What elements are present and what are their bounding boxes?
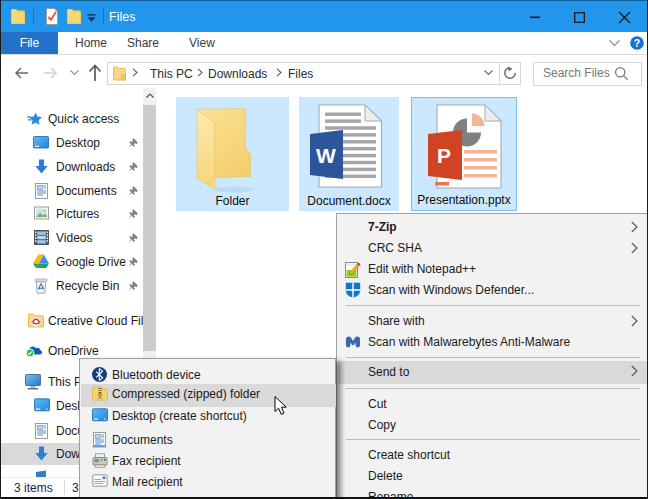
svg-text:?: ? [634,37,640,49]
svg-text:P: P [437,144,451,167]
svg-text:W: W [316,144,336,167]
